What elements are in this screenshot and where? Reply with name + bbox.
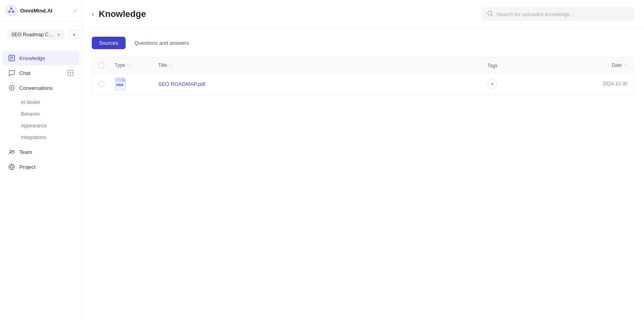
project-icon <box>8 163 15 170</box>
team-icon <box>8 148 15 156</box>
app-title: OmniMind.AI <box>20 8 71 14</box>
pdf-icon: PDF <box>115 78 126 89</box>
app-logo <box>6 5 17 16</box>
sidebar-item-knowledge-label: Knowledge <box>19 55 45 61</box>
sidebar-item-knowledge[interactable]: Knowledge <box>2 51 79 65</box>
file-title-col: SEO ROADMAP.pdf <box>158 81 484 87</box>
svg-point-16 <box>10 166 13 168</box>
sidebar-nav: Knowledge Chat <box>0 48 82 320</box>
sidebar-item-conversations-label: Conversations <box>19 85 53 91</box>
sub-item-integrations[interactable]: Integrations <box>17 132 82 143</box>
svg-line-22 <box>491 15 493 17</box>
tab-sources[interactable]: Sources <box>92 37 126 49</box>
select-all-checkbox[interactable] <box>99 62 104 68</box>
header-checkbox-col <box>99 62 111 68</box>
knowledge-table: Type ↑↓ Title ↑↓ Tags Date ↑↓ <box>92 57 634 95</box>
type-sort-icon[interactable]: ↑↓ <box>127 63 131 67</box>
tags-col: + <box>487 79 568 89</box>
workspace-chevron-icon: ▾ <box>58 32 60 37</box>
knowledge-icon <box>8 54 15 62</box>
search-input[interactable] <box>496 11 629 17</box>
sidebar-item-chat[interactable]: Chat <box>2 66 79 80</box>
conversations-icon <box>8 84 15 91</box>
table-row: PDF SEO ROADMAP.pdf + 2024-10-30 <box>92 73 634 94</box>
sub-item-behavior[interactable]: Behavior <box>17 108 82 120</box>
add-workspace-button[interactable]: + <box>70 30 78 39</box>
file-name[interactable]: SEO ROADMAP.pdf <box>158 81 484 87</box>
main-content: ‹ Knowledge Sources Questions and answer… <box>82 0 644 320</box>
chat-icon <box>8 69 15 77</box>
sidebar-item-team-label: Team <box>19 149 32 155</box>
sidebar: OmniMind.AI ‹ SEO Roadmap Chat... ▾ + Kn… <box>0 0 82 320</box>
type-column-header: Type ↑↓ <box>115 62 155 68</box>
sidebar-item-team[interactable]: Team <box>2 145 79 159</box>
table-header: Type ↑↓ Title ↑↓ Tags Date ↑↓ <box>92 58 634 73</box>
svg-point-0 <box>6 5 17 16</box>
sidebar-item-project[interactable]: Project <box>2 160 79 174</box>
row-checkbox-col <box>99 81 111 87</box>
title-sort-icon[interactable]: ↑↓ <box>169 63 173 67</box>
file-type-col: PDF <box>115 78 155 89</box>
sidebar-header: OmniMind.AI ‹ <box>0 0 82 21</box>
tab-qa[interactable]: Questions and answers <box>127 37 196 49</box>
title-column-header: Title ↑↓ <box>158 62 484 68</box>
collapse-button[interactable]: ‹ <box>74 7 76 14</box>
date-col: 2024-10-30 <box>571 81 627 87</box>
sidebar-item-conversations[interactable]: Conversations <box>2 81 79 95</box>
row-checkbox[interactable] <box>99 81 104 87</box>
sub-item-ai-model[interactable]: AI Model <box>17 97 82 108</box>
back-button[interactable]: ‹ <box>92 10 94 18</box>
workspace-name: SEO Roadmap Chat... <box>11 32 55 37</box>
sub-item-appearance[interactable]: Appearance <box>17 120 82 131</box>
chat-grid-icon <box>67 70 74 76</box>
sub-nav: AI Model Behavior Appearance Integration… <box>0 96 82 144</box>
svg-point-12 <box>11 87 12 89</box>
sidebar-item-chat-label: Chat <box>19 70 30 76</box>
svg-point-13 <box>10 150 12 152</box>
add-tag-button[interactable]: + <box>487 79 497 89</box>
page-title: Knowledge <box>99 9 146 19</box>
main-body: Sources Questions and answers Type ↑↓ Ti… <box>82 29 644 320</box>
tags-column-header: Tags <box>487 62 568 69</box>
main-header: ‹ Knowledge <box>82 0 644 29</box>
date-sort-icon[interactable]: ↑↓ <box>623 63 627 67</box>
workspace-selector[interactable]: SEO Roadmap Chat... ▾ <box>7 29 64 40</box>
file-date: 2024-10-30 <box>571 81 627 87</box>
sidebar-item-project-label: Project <box>19 164 35 170</box>
svg-text:PDF: PDF <box>116 83 124 87</box>
search-icon <box>487 10 493 18</box>
tabs: Sources Questions and answers <box>82 29 644 49</box>
date-column-header: Date ↑↓ <box>571 62 627 68</box>
search-bar <box>481 7 634 21</box>
